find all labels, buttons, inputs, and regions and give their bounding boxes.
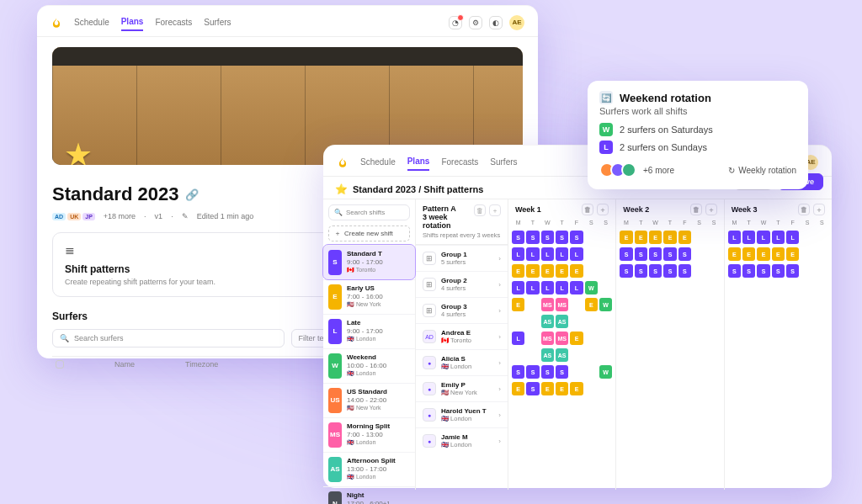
add-week-icon[interactable]: ＋ [705, 204, 717, 215]
shift-cell[interactable]: S [526, 382, 539, 395]
shift-item[interactable]: N Night17:00 - 6:00+1🇬🇧 London [323, 486, 415, 504]
delete-week-icon[interactable]: 🗑 [798, 204, 810, 215]
more-teams-chip[interactable]: +18 more [104, 212, 136, 220]
group-row[interactable]: ⊞Group 24 surfers› [416, 271, 508, 297]
shift-cell[interactable]: S [635, 247, 647, 261]
shift-item[interactable]: W Weekend10:00 - 16:00🇬🇧 London [323, 348, 415, 383]
shift-cell[interactable]: E [635, 231, 647, 244]
shift-cell[interactable]: E [512, 298, 524, 311]
shift-item[interactable]: L Late9:00 - 17:00🇬🇧 London [323, 314, 415, 348]
shift-cell[interactable]: E [570, 332, 583, 345]
create-shift-button[interactable]: ＋Create new shift [328, 225, 410, 241]
shift-cell[interactable]: L [742, 231, 755, 244]
shift-cell[interactable]: S [526, 365, 539, 379]
shift-cell[interactable]: S [512, 365, 524, 379]
shift-cell[interactable]: S [678, 264, 691, 278]
shift-cell[interactable]: S [786, 264, 799, 278]
team-chip[interactable]: JP [82, 213, 95, 220]
shift-cell[interactable]: L [541, 281, 554, 294]
user-avatar[interactable]: AE [509, 15, 524, 30]
add-week-icon[interactable]: ＋ [597, 204, 609, 215]
shift-cell[interactable]: L [772, 231, 785, 244]
copy-link-icon[interactable]: 🔗 [185, 188, 199, 201]
more-surfers-link[interactable]: +6 more [643, 166, 674, 175]
nav-surfers[interactable]: Surfers [490, 154, 517, 170]
shift-cell[interactable]: S [678, 247, 691, 261]
shift-cell[interactable]: S [541, 365, 554, 379]
shift-cell[interactable]: E [772, 247, 785, 261]
favorite-star-icon[interactable]: ★ [64, 136, 93, 165]
person-row[interactable]: ●Jamie M🇬🇧 London› [416, 427, 508, 454]
shift-cell[interactable]: S [663, 264, 676, 278]
delete-week-icon[interactable]: 🗑 [690, 204, 702, 215]
shift-cell[interactable]: S [512, 231, 524, 244]
shift-cell[interactable]: E [526, 264, 539, 278]
nav-plans[interactable]: Plans [407, 153, 430, 171]
select-all-checkbox[interactable] [56, 360, 64, 369]
shift-cell[interactable]: L [786, 231, 799, 244]
shift-cell[interactable]: S [620, 264, 632, 278]
shift-cell[interactable]: MS [556, 332, 568, 345]
shift-cell[interactable]: L [512, 332, 524, 345]
group-row[interactable]: ⊞Group 34 surfers› [416, 297, 508, 323]
shift-cell[interactable]: S [649, 264, 662, 278]
shift-item[interactable]: S Standard T9:00 - 17:00🇨🇦 Toronto [323, 245, 415, 279]
shift-cell[interactable]: S [757, 264, 769, 278]
shift-cell[interactable]: AS [556, 315, 568, 328]
team-chip[interactable]: UK [67, 213, 81, 220]
nav-forecasts[interactable]: Forecasts [155, 14, 192, 30]
shift-cell[interactable]: E [742, 247, 755, 261]
shift-cell[interactable]: S [663, 247, 676, 261]
shift-cell[interactable]: S [526, 231, 539, 244]
shift-cell[interactable]: E [649, 231, 662, 244]
shift-cell[interactable]: S [556, 231, 568, 244]
person-row[interactable]: ●Harold Yuen T🇬🇧 London› [416, 401, 508, 427]
shift-cell[interactable]: E [512, 264, 524, 278]
shift-cell[interactable]: S [649, 247, 662, 261]
delete-pattern-icon[interactable]: 🗑 [474, 204, 486, 216]
search-surfers-input[interactable]: 🔍Search surfers [52, 329, 285, 347]
shift-cell[interactable]: W [599, 298, 612, 311]
shift-cell[interactable]: L [526, 281, 539, 294]
shift-cell[interactable]: S [635, 264, 647, 278]
shift-cell[interactable]: L [728, 231, 741, 244]
add-pattern-icon[interactable]: ＋ [489, 204, 501, 216]
shift-cell[interactable]: E [663, 231, 676, 244]
avatar-stack[interactable] [599, 162, 636, 178]
shift-cell[interactable]: E [541, 382, 554, 395]
nav-forecasts[interactable]: Forecasts [441, 154, 478, 170]
shift-patterns-card[interactable]: ≣ Shift patterns Create repeating shift … [52, 232, 369, 297]
shift-cell[interactable]: AS [541, 315, 554, 328]
shift-cell[interactable]: E [556, 264, 568, 278]
nav-schedule[interactable]: Schedule [360, 154, 396, 170]
shift-cell[interactable]: MS [556, 298, 568, 311]
search-shifts-input[interactable]: 🔍Search shifts [328, 204, 410, 220]
shift-cell[interactable]: L [570, 281, 583, 294]
shift-cell[interactable]: L [556, 281, 568, 294]
settings-gear-icon[interactable]: ⚙ [469, 16, 482, 29]
shift-cell[interactable]: L [512, 247, 524, 261]
shift-cell[interactable]: S [556, 365, 568, 379]
nav-surfers[interactable]: Surfers [204, 14, 231, 30]
shift-item[interactable]: MS Morning Split7:00 - 13:00🇬🇧 London [323, 417, 415, 452]
shift-cell[interactable]: L [556, 247, 568, 261]
shift-cell[interactable]: E [757, 247, 769, 261]
shift-cell[interactable]: E [556, 382, 568, 395]
shift-item[interactable]: E Early US7:00 - 16:00🇺🇸 New York [323, 279, 415, 314]
shift-cell[interactable]: E [786, 247, 799, 261]
shift-cell[interactable]: E [620, 231, 632, 244]
shift-cell[interactable]: S [742, 264, 755, 278]
shift-cell[interactable]: E [570, 382, 583, 395]
person-row[interactable]: ADAndrea E🇨🇦 Toronto› [416, 323, 508, 349]
shift-cell[interactable]: L [570, 247, 583, 261]
shift-cell[interactable]: S [728, 264, 741, 278]
shift-cell[interactable]: L [541, 247, 554, 261]
shift-cell[interactable]: L [757, 231, 769, 244]
team-chip[interactable]: AD [52, 213, 66, 220]
shift-cell[interactable]: E [678, 231, 691, 244]
shift-cell[interactable]: E [541, 264, 554, 278]
shift-cell[interactable]: AS [541, 348, 554, 362]
shift-item[interactable]: AS Afternoon Split13:00 - 17:00🇬🇧 London [323, 452, 415, 486]
person-row[interactable]: ●Emily P🇺🇸 New York› [416, 375, 508, 401]
shift-cell[interactable]: S [541, 231, 554, 244]
